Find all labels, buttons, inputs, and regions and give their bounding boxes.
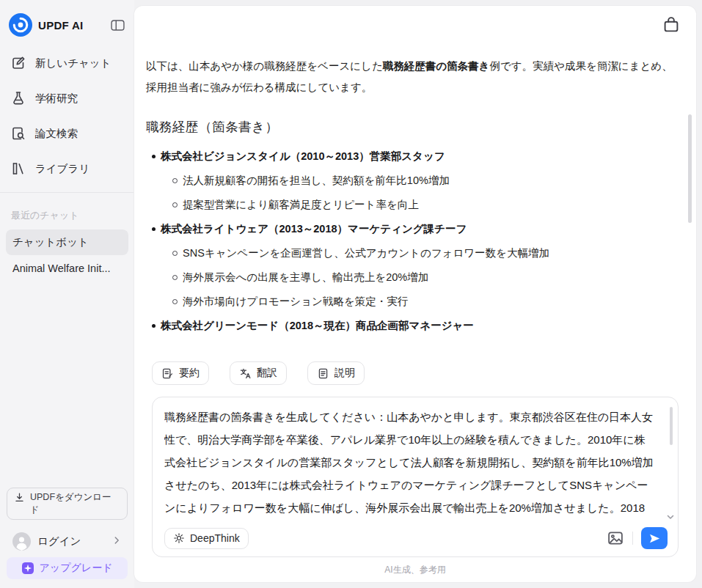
paper-search-icon <box>11 126 26 141</box>
intro-bold: 職務経歴書の箇条書き <box>383 60 490 72</box>
prompt-input[interactable]: 職務経歴書の箇条書きを生成してください：山本あやかと申します。東京都渋谷区在住の… <box>164 405 668 521</box>
composer-toolbar: DeepThink <box>164 526 668 550</box>
action-label: 翻訳 <box>257 367 277 380</box>
academic-research-icon <box>11 91 26 106</box>
quick-actions: 要約 翻訳 説明 <box>134 354 696 397</box>
sidebar-collapse-icon[interactable] <box>109 17 125 33</box>
sidebar-nav: 新しいチャット 学術研究 論文検索 ライブラリ <box>0 45 134 186</box>
entry-points: 法人新規顧客の開拓を担当し、契約額を前年比10%増加 提案型営業により顧客満足度… <box>146 169 680 217</box>
upgrade-button[interactable]: アップグレード <box>7 557 128 579</box>
entry-point: 海外展示会への出展を主導し、輸出売上を20%増加 <box>146 265 680 290</box>
sidebar-item-label: ライブラリ <box>35 162 89 176</box>
recent-chats-label: 最近のチャット <box>0 193 134 228</box>
login-label: ログイン <box>37 534 81 548</box>
new-chat-icon <box>11 56 26 70</box>
summarize-icon <box>161 367 174 380</box>
action-label: 要約 <box>179 367 200 380</box>
sidebar-item-new-chat[interactable]: 新しいチャット <box>0 45 134 81</box>
chat-toolbar <box>134 6 696 38</box>
avatar-icon <box>12 532 31 551</box>
library-icon <box>11 161 26 176</box>
sidebar-item-library[interactable]: ライブラリ <box>0 151 134 186</box>
deepthink-button[interactable]: DeepThink <box>164 528 249 549</box>
image-upload-icon[interactable] <box>607 529 624 547</box>
sidebar: UPDF AI 新しいチャット 学術研究 論文検索 ライブラリ <box>0 0 134 588</box>
assistant-message: 以下は、山本あやか様の職務経歴をベースにした職務経歴書の箇条書き例です。実績や成… <box>134 38 696 354</box>
action-label: 説明 <box>334 367 355 380</box>
chat-panel: 以下は、山本あやか様の職務経歴をベースにした職務経歴書の箇条書き例です。実績や成… <box>134 6 696 582</box>
ai-disclaimer: AI生成、参考用 <box>134 557 696 582</box>
recent-chat-chatbot[interactable]: チャットボット <box>6 229 128 255</box>
translate-button[interactable]: 翻訳 <box>230 361 287 385</box>
entry-points: SNSキャンペーンを企画運営し、公式アカウントのフォロワー数を大幅増加 海外展示… <box>146 241 680 314</box>
download-icon <box>14 492 25 503</box>
recent-chat-animal-welfare[interactable]: Animal Welfare Init... <box>6 257 128 280</box>
experience-entry: 株式会社ビジョンスタイル（2010～2013）営業部スタッフ 法人新規顧客の開拓… <box>146 144 680 217</box>
sidebar-item-label: 新しいチャット <box>35 56 111 70</box>
toolbar-divider <box>632 532 633 545</box>
share-icon[interactable] <box>662 16 680 34</box>
download-label: UPDFをダウンロード <box>30 491 120 516</box>
entry-point: 海外市場向けプロモーション戦略を策定・実行 <box>146 290 680 314</box>
download-updf-button[interactable]: UPDFをダウンロード <box>7 488 128 520</box>
send-icon <box>648 532 661 545</box>
sidebar-item-paper-search[interactable]: 論文検索 <box>0 116 134 151</box>
sparkle-icon <box>22 562 34 574</box>
scroll-down-icon[interactable] <box>666 511 675 520</box>
explain-icon <box>317 367 329 380</box>
deepthink-label: DeepThink <box>190 532 240 544</box>
experience-entry: 株式会社ライトウェア（2013～2018）マーケティング課チーフ SNSキャンペ… <box>146 217 680 314</box>
send-button[interactable] <box>641 527 668 549</box>
sidebar-item-label: 論文検索 <box>35 127 78 141</box>
translate-icon <box>239 367 252 380</box>
upgrade-label: アップグレード <box>40 562 113 575</box>
deepthink-icon <box>173 532 185 544</box>
entry-title: 株式会社ビジョンスタイル（2010～2013）営業部スタッフ <box>146 144 680 169</box>
chevron-right-icon <box>111 535 122 548</box>
experience-list: 株式会社ビジョンスタイル（2010～2013）営業部スタッフ 法人新規顧客の開拓… <box>146 144 680 338</box>
explain-button[interactable]: 説明 <box>307 361 365 385</box>
entry-point: 法人新規顧客の開拓を担当し、契約額を前年比10%増加 <box>146 169 680 193</box>
app-window: UPDF AI 新しいチャット 学術研究 論文検索 ライブラリ <box>0 0 702 588</box>
brand-title: UPDF AI <box>38 19 103 32</box>
intro-prefix: 以下は、山本あやか様の職務経歴をベースにした <box>146 60 383 72</box>
sidebar-bottom: UPDFをダウンロード ログイン アップグレード <box>7 488 128 579</box>
sidebar-header: UPDF AI <box>0 10 134 45</box>
sidebar-item-academic-research[interactable]: 学術研究 <box>0 81 134 116</box>
message-heading: 職務経歴（箇条書き） <box>146 118 680 136</box>
entry-point: 提案型営業により顧客満足度とリピート率を向上 <box>146 193 680 217</box>
chat-scrollbar-thumb[interactable] <box>688 114 692 223</box>
entry-point: SNSキャンペーンを企画運営し、公式アカウントのフォロワー数を大幅増加 <box>146 241 680 265</box>
composer-scrollbar-thumb[interactable] <box>670 407 673 445</box>
sidebar-item-label: 学術研究 <box>35 92 78 106</box>
entry-title: 株式会社グリーンモード（2018～現在）商品企画部マネージャー <box>146 314 680 338</box>
entry-title: 株式会社ライトウェア（2013～2018）マーケティング課チーフ <box>146 217 680 241</box>
summarize-button[interactable]: 要約 <box>152 361 209 385</box>
updf-logo-icon <box>9 13 32 37</box>
experience-entry: 株式会社グリーンモード（2018～現在）商品企画部マネージャー <box>146 314 680 338</box>
composer: 職務経歴書の箇条書きを生成してください：山本あやかと申します。東京都渋谷区在住の… <box>152 397 679 557</box>
login-row[interactable]: ログイン <box>7 526 128 557</box>
assistant-intro: 以下は、山本あやか様の職務経歴をベースにした職務経歴書の箇条書き例です。実績や成… <box>146 56 680 98</box>
